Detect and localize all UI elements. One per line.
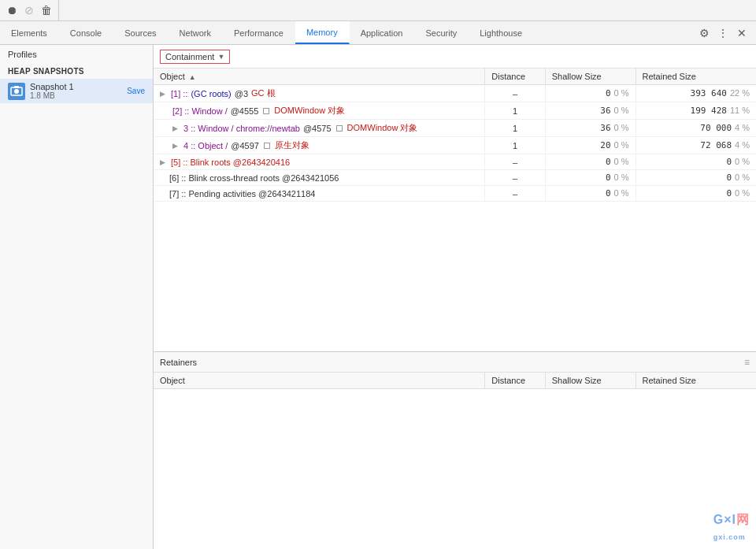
table-row: ▶ 3 :: Window / chrome://newtab @4575 DO… xyxy=(154,120,756,137)
obj-domwindow: DOMWindow 对象 xyxy=(347,122,418,134)
obj-separator: @3 xyxy=(235,89,248,98)
expand-arrow-icon[interactable]: ▶ xyxy=(172,124,180,132)
ret-col-object[interactable]: Object xyxy=(154,373,485,389)
profiles-label: Profiles xyxy=(0,45,153,64)
main-data-section: Object ▲ Distance Shallow Size Retained … xyxy=(154,69,756,352)
table-row: ▶ [1] :: (GC roots) @3 GC 根 – 00 % xyxy=(154,85,756,102)
obj-native: 原生对象 xyxy=(275,139,309,151)
tab-network[interactable]: Network xyxy=(169,21,223,44)
obj-at: @4597 xyxy=(231,141,259,150)
shallow-cell-7: 00 % xyxy=(545,186,636,202)
retained-cell-3: 70 0004 % xyxy=(636,120,756,137)
expand-arrow-icon[interactable]: ▶ xyxy=(160,158,168,166)
shallow-cell-2: 360 % xyxy=(545,102,636,120)
obj-blink: [5] :: Blink roots @2643420416 xyxy=(171,158,290,167)
snapshot-info: Snapshot 1 1.8 MB xyxy=(30,82,122,100)
containment-dropdown[interactable]: Containment ▼ xyxy=(160,50,230,64)
retained-cell-2: 199 42811 % xyxy=(636,102,756,120)
obj-cell-4: ▶ 4 :: Object / @4597 原生对象 xyxy=(154,137,485,154)
distance-cell-4: 1 xyxy=(485,137,546,154)
stop-icon[interactable]: ⊘ xyxy=(22,3,36,17)
record-icon[interactable]: ⏺ xyxy=(5,3,19,17)
table-row: ▶ [5] :: Blink roots @2643420416 – 00 % … xyxy=(154,154,756,170)
devtools-toolbar: ⏺ ⊘ 🗑 xyxy=(0,0,756,21)
filter-bar: Containment ▼ xyxy=(154,45,756,69)
retainers-table: Object Distance Shallow Size Retained Si… xyxy=(154,373,756,389)
table-row: [7] :: Pending activities @2643421184 – … xyxy=(154,186,756,202)
svg-point-1 xyxy=(14,89,19,94)
obj-id: [2] :: Window / xyxy=(172,106,228,116)
obj-square-icon xyxy=(336,125,343,132)
obj-at: @4575 xyxy=(303,124,332,133)
snapshot-name: Snapshot 1 xyxy=(30,82,122,91)
tab-security[interactable]: Security xyxy=(414,21,469,44)
retained-cell-4: 72 0684 % xyxy=(636,137,756,154)
table-row: ▶ 4 :: Object / @4597 原生对象 1 200 % xyxy=(154,137,756,154)
ret-col-distance[interactable]: Distance xyxy=(485,373,546,389)
obj-cell-3: ▶ 3 :: Window / chrome://newtab @4575 DO… xyxy=(154,120,485,137)
settings-icon[interactable]: ⚙ xyxy=(696,25,712,41)
obj-cell-1: ▶ [1] :: (GC roots) @3 GC 根 xyxy=(154,85,485,102)
tab-memory[interactable]: Memory xyxy=(295,21,350,44)
tab-lighthouse[interactable]: Lighthouse xyxy=(469,21,534,44)
sidebar: Profiles HEAP SNAPSHOTS Snapshot 1 1.8 M… xyxy=(0,45,154,549)
obj-cell-2: [2] :: Window / @4555 DOMWindow 对象 xyxy=(154,102,485,120)
tab-performance[interactable]: Performance xyxy=(223,21,295,44)
retained-cell-6: 00 % xyxy=(636,170,756,186)
obj-square-icon xyxy=(264,143,270,149)
more-icon[interactable]: ⋮ xyxy=(715,25,731,41)
table-row: [6] :: Blink cross-thread roots @2643421… xyxy=(154,170,756,186)
ret-col-retained[interactable]: Retained Size xyxy=(636,373,756,389)
snapshot-save-button[interactable]: Save xyxy=(127,87,145,95)
shallow-cell-5: 00 % xyxy=(545,154,636,170)
distance-cell-2: 1 xyxy=(485,102,546,120)
col-header-object[interactable]: Object ▲ xyxy=(154,69,485,85)
tab-application[interactable]: Application xyxy=(350,21,415,44)
dropdown-arrow-icon: ▼ xyxy=(217,53,224,61)
table-row: [2] :: Window / @4555 DOMWindow 对象 1 360… xyxy=(154,102,756,120)
obj-red-text: GC 根 xyxy=(251,87,276,99)
shallow-cell-1: 00 % xyxy=(545,85,636,102)
snapshot-1-item[interactable]: Snapshot 1 1.8 MB Save xyxy=(0,79,153,103)
obj-domwindow: DOMWindow 对象 xyxy=(274,105,345,117)
retainers-title: Retainers xyxy=(160,358,197,367)
ret-col-shallow[interactable]: Shallow Size xyxy=(545,373,636,389)
tab-console[interactable]: Console xyxy=(59,21,113,44)
obj-crossthread: [6] :: Blink cross-thread roots @2643421… xyxy=(169,173,339,183)
retainers-section: Retainers ≡ Object Distance Shallow Size… xyxy=(154,352,756,549)
obj-id: 4 :: Object / xyxy=(183,141,228,150)
heap-snapshots-label: HEAP SNAPSHOTS xyxy=(0,64,153,79)
shallow-cell-4: 200 % xyxy=(545,137,636,154)
sort-indicator: ▲ xyxy=(189,73,196,81)
retainers-expand-icon[interactable]: ≡ xyxy=(744,357,750,368)
col-header-retained[interactable]: Retained Size xyxy=(636,69,756,85)
delete-icon[interactable]: 🗑 xyxy=(39,3,54,17)
retained-cell-5: 00 % xyxy=(636,154,756,170)
expand-arrow-icon[interactable]: ▶ xyxy=(160,90,168,98)
distance-cell-5: – xyxy=(485,154,546,170)
retained-cell-1: 393 64022 % xyxy=(636,85,756,102)
obj-cell-6: [6] :: Blink cross-thread roots @2643421… xyxy=(154,170,485,186)
close-icon[interactable]: ✕ xyxy=(734,25,750,41)
distance-cell-1: – xyxy=(485,85,546,102)
obj-class: (GC roots) xyxy=(191,89,231,98)
shallow-cell-3: 360 % xyxy=(545,120,636,137)
col-header-distance[interactable]: Distance xyxy=(485,69,546,85)
content-area: Containment ▼ Object ▲ Distance Shallow … xyxy=(154,45,756,549)
main-data-table: Object ▲ Distance Shallow Size Retained … xyxy=(154,69,756,202)
retainers-header-row: Object Distance Shallow Size Retained Si… xyxy=(154,373,756,389)
snapshot-size: 1.8 MB xyxy=(30,91,122,100)
obj-square-icon xyxy=(263,108,269,114)
expand-arrow-icon[interactable]: ▶ xyxy=(172,142,180,150)
tab-elements[interactable]: Elements xyxy=(0,21,59,44)
distance-cell-6: – xyxy=(485,170,546,186)
obj-at: @4555 xyxy=(231,106,259,116)
retained-cell-7: 00 % xyxy=(636,186,756,202)
obj-id: [1] :: xyxy=(171,89,187,98)
obj-pending: [7] :: Pending activities @2643421184 xyxy=(169,189,315,198)
col-header-shallow[interactable]: Shallow Size xyxy=(545,69,636,85)
tab-sources[interactable]: Sources xyxy=(113,21,168,44)
containment-label: Containment xyxy=(165,52,214,61)
obj-cell-5: ▶ [5] :: Blink roots @2643420416 xyxy=(154,154,485,170)
main-layout: Profiles HEAP SNAPSHOTS Snapshot 1 1.8 M… xyxy=(0,45,756,549)
